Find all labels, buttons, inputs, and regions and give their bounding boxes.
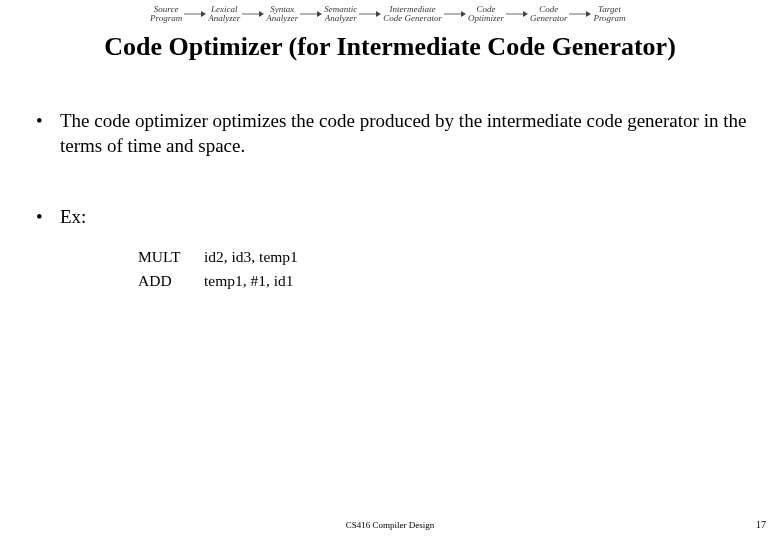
arrow-right-icon bbox=[506, 11, 528, 17]
code-args: temp1, #1, id1 bbox=[204, 269, 294, 293]
arrow-right-icon bbox=[242, 11, 264, 17]
arrow-right-icon bbox=[359, 11, 381, 17]
svg-marker-1 bbox=[201, 11, 206, 17]
page-number: 17 bbox=[756, 519, 766, 530]
svg-marker-13 bbox=[586, 11, 591, 17]
arrow-right-icon bbox=[184, 11, 206, 17]
pipeline-label: SemanticAnalyzer bbox=[324, 4, 357, 23]
code-op: ADD bbox=[138, 269, 204, 293]
bullet-text: The code optimizer optimizes the code pr… bbox=[60, 110, 746, 156]
arrow-right-icon bbox=[444, 11, 466, 17]
arrow-right-icon bbox=[569, 11, 591, 17]
arrow-right-icon bbox=[300, 11, 322, 17]
pipeline-node: LexicalAnalyzer bbox=[208, 5, 240, 24]
pipeline-node: SemanticAnalyzer bbox=[324, 5, 357, 24]
slide: SourceProgram LexicalAnalyzer SyntaxAnal… bbox=[0, 0, 780, 540]
svg-marker-11 bbox=[523, 11, 528, 17]
pipeline-node: SyntaxAnalyzer bbox=[266, 5, 298, 24]
svg-marker-3 bbox=[259, 11, 264, 17]
bullet-item: The code optimizer optimizes the code pr… bbox=[32, 108, 748, 158]
pipeline-label: SourceProgram bbox=[150, 4, 182, 23]
footer-course: CS416 Compiler Design bbox=[0, 520, 780, 530]
bullet-list: The code optimizer optimizes the code pr… bbox=[32, 108, 748, 293]
pipeline-label: IntermediateCode Generator bbox=[383, 4, 442, 23]
svg-marker-5 bbox=[317, 11, 322, 17]
slide-body: The code optimizer optimizes the code pr… bbox=[32, 108, 748, 339]
pipeline-label: LexicalAnalyzer bbox=[208, 4, 240, 23]
bullet-text: Ex: bbox=[60, 206, 86, 227]
pipeline-node: TargetProgram bbox=[593, 5, 625, 24]
pipeline-label: CodeGenerator bbox=[530, 4, 568, 23]
pipeline-node: CodeOptimizer bbox=[468, 5, 504, 24]
pipeline-label: CodeOptimizer bbox=[468, 4, 504, 23]
code-args: id2, id3, temp1 bbox=[204, 245, 298, 269]
code-row: ADD temp1, #1, id1 bbox=[138, 269, 748, 293]
code-block: MULT id2, id3, temp1 ADD temp1, #1, id1 bbox=[138, 245, 748, 293]
pipeline-node: SourceProgram bbox=[150, 5, 182, 24]
svg-marker-9 bbox=[461, 11, 466, 17]
pipeline-label: SyntaxAnalyzer bbox=[266, 4, 298, 23]
code-op: MULT bbox=[138, 245, 204, 269]
svg-marker-7 bbox=[376, 11, 381, 17]
bullet-item: Ex: MULT id2, id3, temp1 ADD temp1, #1, … bbox=[32, 204, 748, 293]
code-row: MULT id2, id3, temp1 bbox=[138, 245, 748, 269]
pipeline-node: IntermediateCode Generator bbox=[383, 5, 442, 24]
slide-title: Code Optimizer (for Intermediate Code Ge… bbox=[0, 32, 780, 62]
compiler-pipeline: SourceProgram LexicalAnalyzer SyntaxAnal… bbox=[150, 5, 630, 24]
pipeline-label: TargetProgram bbox=[593, 4, 625, 23]
pipeline-node: CodeGenerator bbox=[530, 5, 568, 24]
